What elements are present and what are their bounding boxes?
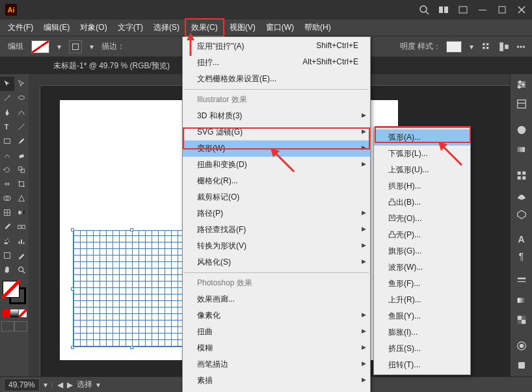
selected-grid-object[interactable] xyxy=(73,230,190,347)
warp-submenu-item[interactable]: 上弧形(U)... xyxy=(374,162,470,178)
warp-submenu-item[interactable]: 下弧形(L)... xyxy=(374,146,470,162)
zoom-tool[interactable] xyxy=(14,263,29,277)
graph-tool[interactable] xyxy=(14,234,29,248)
style-dropdown[interactable]: ▾ xyxy=(467,40,476,53)
close-icon[interactable] xyxy=(516,5,527,15)
fill-dropdown[interactable]: ▾ xyxy=(55,40,64,53)
mesh-tool[interactable] xyxy=(0,205,14,220)
hand-tool[interactable] xyxy=(0,263,14,277)
swatches-panel-icon[interactable] xyxy=(515,169,528,182)
effects-menu-item[interactable]: 栅格化(R)... xyxy=(183,173,370,189)
properties-panel-icon[interactable] xyxy=(515,78,528,91)
effects-menu-item[interactable]: 扭拧...Alt+Shift+Ctrl+E xyxy=(183,55,370,71)
warp-submenu-item[interactable]: 挤压(S)... xyxy=(374,341,470,357)
color-mode-row[interactable] xyxy=(2,309,27,317)
paintbrush-tool[interactable] xyxy=(14,134,29,148)
status-dropdown-icon[interactable]: ▾ xyxy=(96,380,100,389)
warp-submenu-item[interactable]: 凸壳(P)... xyxy=(374,227,470,243)
effects-menu-item[interactable]: 效果画廊... xyxy=(183,291,370,307)
color-panel-icon[interactable] xyxy=(515,124,528,137)
type-tool[interactable]: T xyxy=(0,120,14,134)
effects-menu-item[interactable]: SVG 滤镜(G) xyxy=(183,124,370,140)
artboard-tool[interactable] xyxy=(0,248,14,263)
width-tool[interactable] xyxy=(0,177,14,191)
character-panel-icon[interactable]: A xyxy=(515,234,528,244)
pen-tool[interactable] xyxy=(0,105,14,120)
paragraph-panel-icon[interactable]: ¶ xyxy=(515,251,528,261)
shaper-tool[interactable] xyxy=(0,148,14,163)
fill-stroke-indicator[interactable] xyxy=(3,281,26,304)
menu-object[interactable]: 对象(O) xyxy=(75,20,112,36)
effects-menu-item[interactable]: 纹理 xyxy=(183,389,370,392)
graphic-styles-panel-icon[interactable] xyxy=(515,359,528,372)
effects-menu-item[interactable]: 变形(W) xyxy=(183,140,370,157)
perspective-tool[interactable] xyxy=(14,191,29,205)
effects-menu-item[interactable]: 扭曲 xyxy=(183,324,370,340)
effects-menu-item[interactable]: 扭曲和变换(D) xyxy=(183,157,370,173)
screen-mode-row[interactable] xyxy=(1,321,27,332)
menu-edit[interactable]: 编辑(E) xyxy=(38,20,75,36)
rectangle-tool[interactable] xyxy=(0,134,14,148)
menu-help[interactable]: 帮助(H) xyxy=(299,20,336,36)
warp-submenu-item[interactable]: 拱形(H)... xyxy=(374,178,470,194)
color-guide-panel-icon[interactable] xyxy=(515,143,528,156)
gradient-panel-icon[interactable] xyxy=(515,294,528,307)
free-transform-tool[interactable] xyxy=(14,177,29,191)
effects-menu-item[interactable]: 路径查找器(F) xyxy=(183,222,370,238)
menu-type[interactable]: 文字(T) xyxy=(113,20,148,36)
warp-submenu-item[interactable]: 上升(R)... xyxy=(374,292,470,308)
blend-tool[interactable] xyxy=(14,220,29,234)
stroke-dropdown[interactable]: ▾ xyxy=(87,40,96,53)
stroke-panel-icon[interactable] xyxy=(515,274,528,287)
nav-prev-icon[interactable]: ◀ xyxy=(57,380,63,389)
effects-menu-item[interactable]: 路径(P) xyxy=(183,205,370,222)
search-icon[interactable] xyxy=(419,5,429,15)
effects-menu-item[interactable]: 裁剪标记(O) xyxy=(183,189,370,205)
magic-wand-tool[interactable] xyxy=(0,91,14,105)
nav-next-icon[interactable]: ▶ xyxy=(67,380,73,389)
warp-submenu-item[interactable]: 旗形(G)... xyxy=(374,243,470,259)
warp-submenu-item[interactable]: 凹壳(O)... xyxy=(374,211,470,227)
warp-submenu-item[interactable]: 鱼形(F)... xyxy=(374,276,470,292)
effects-menu-item[interactable]: 文档栅格效果设置(E)... xyxy=(183,71,370,87)
more-icon[interactable] xyxy=(515,41,527,53)
maximize-icon[interactable] xyxy=(497,5,507,15)
effects-menu-item[interactable]: 转换为形状(V) xyxy=(183,238,370,254)
warp-submenu-item[interactable]: 鱼眼(Y)... xyxy=(374,308,470,324)
direct-selection-tool[interactable] xyxy=(14,77,29,91)
zoom-field[interactable]: 49.79% xyxy=(4,378,40,391)
brushes-panel-icon[interactable] xyxy=(515,189,528,202)
slice-tool[interactable] xyxy=(14,248,29,263)
symbols-panel-icon[interactable] xyxy=(515,208,528,221)
style-swatch[interactable] xyxy=(446,41,462,53)
eraser-tool[interactable] xyxy=(14,148,29,163)
menu-select[interactable]: 选择(S) xyxy=(148,20,185,36)
effects-menu-item[interactable]: 画笔描边 xyxy=(183,356,370,372)
effects-menu-item[interactable]: 3D 和材质(3) xyxy=(183,108,370,124)
rotate-tool[interactable] xyxy=(0,163,14,177)
selection-tool[interactable] xyxy=(0,77,14,91)
gradient-tool[interactable] xyxy=(14,205,29,220)
zoom-dropdown-icon[interactable]: ▾ xyxy=(44,380,47,389)
effects-menu-item[interactable]: 风格化(S) xyxy=(183,254,370,270)
warp-submenu-item[interactable]: 膨胀(I)... xyxy=(374,324,470,341)
effects-menu-item[interactable]: 模糊 xyxy=(183,340,370,356)
transparency-panel-icon[interactable] xyxy=(515,313,528,326)
scale-tool[interactable] xyxy=(14,163,29,177)
menu-effect[interactable]: 效果(C) xyxy=(185,18,224,37)
effects-menu-item[interactable]: 像素化 xyxy=(183,307,370,324)
transform-icon[interactable] xyxy=(498,41,510,53)
appearance-panel-icon[interactable] xyxy=(515,339,528,352)
menu-view[interactable]: 视图(V) xyxy=(224,20,261,36)
minimize-icon[interactable] xyxy=(477,5,488,15)
shape-builder-tool[interactable] xyxy=(0,191,14,205)
fill-swatch[interactable] xyxy=(31,40,49,53)
menu-file[interactable]: 文件(F) xyxy=(3,20,38,36)
stroke-swatch[interactable] xyxy=(69,40,82,53)
effects-menu-item[interactable]: 应用"扭拧"(A)Shift+Ctrl+E xyxy=(183,38,370,55)
warp-submenu-item[interactable]: 凸出(B)... xyxy=(374,194,470,211)
arrange-icon[interactable] xyxy=(458,5,468,15)
menu-window[interactable]: 窗口(W) xyxy=(261,20,299,36)
align-icon[interactable] xyxy=(481,41,493,53)
line-tool[interactable] xyxy=(14,120,29,134)
